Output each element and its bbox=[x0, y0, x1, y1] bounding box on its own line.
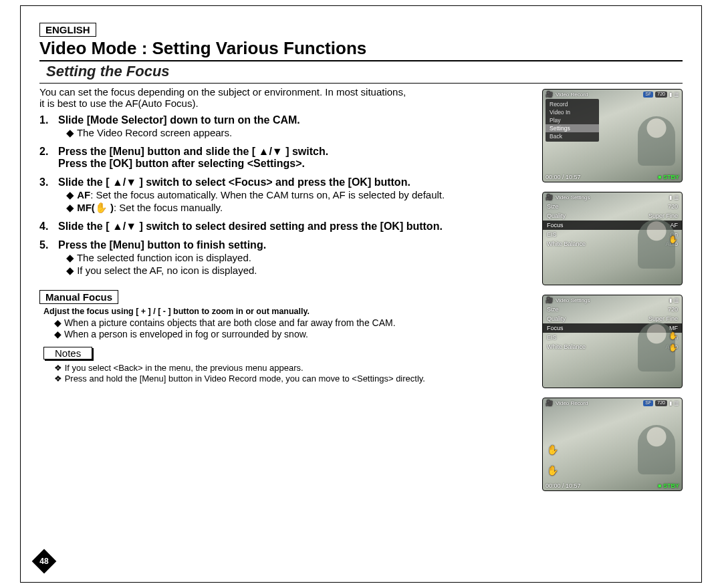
top-icons: ▮ ▥ bbox=[669, 194, 679, 200]
step-2: Press the [Menu] button and slide the [ … bbox=[39, 146, 537, 170]
sf-pill: SF bbox=[643, 92, 653, 98]
battery-icon: ▥ bbox=[674, 194, 679, 200]
intro-line-2: it is best to use the AF(Auto Focus). bbox=[39, 98, 199, 109]
screen-4-title: Video Settings bbox=[556, 297, 590, 303]
hand-icon: ✋ bbox=[669, 331, 678, 340]
screen-2-menu: Record Video In Play Settings Back bbox=[546, 99, 599, 142]
step-2-title-b: Press the [OK] button after selecting <S… bbox=[58, 158, 537, 170]
screen-3-title: Video Settings bbox=[556, 194, 590, 200]
menu-play: Play bbox=[546, 116, 599, 124]
screen-5: 5 Video Record SF 720 ▮ ▥ ✋ ✋ 00:00 / 10… bbox=[542, 398, 683, 491]
screen-4: 4 Video Settings ▮ ▥ Size720 QualitySupe… bbox=[542, 295, 683, 388]
photo-subject bbox=[638, 219, 675, 269]
signal-icon: ▮ bbox=[669, 92, 672, 98]
rule-thick bbox=[39, 60, 683, 61]
step-1: Slide [Mode Selector] down to turn on th… bbox=[39, 114, 537, 139]
screen-5-time: 00:00 / 10:57 bbox=[546, 482, 581, 489]
rule-thin bbox=[39, 83, 683, 84]
screen-5-header: Video Record SF 720 ▮ ▥ bbox=[543, 398, 682, 408]
screen-5-title: Video Record bbox=[556, 400, 588, 406]
step-3: Slide the [ ▲/▼ ] switch to select <Focu… bbox=[39, 176, 537, 214]
screen-2-header: Video Record SF 720 ▮ ▥ bbox=[543, 90, 682, 99]
menu-video-in: Video In bbox=[546, 108, 599, 116]
step-5: Press the [Menu] button to finish settin… bbox=[39, 239, 537, 277]
step-4-title: Slide the [ ▲/▼ ] switch to select desir… bbox=[58, 220, 537, 233]
screen-2: 2 Video Record SF 720 ▮ ▥ Record Video I… bbox=[542, 89, 683, 182]
menu-back: Back bbox=[546, 132, 599, 140]
intro-line-1: You can set the focus depending on the s… bbox=[39, 86, 406, 98]
intro-text: You can set the focus depending on the s… bbox=[39, 86, 537, 109]
row-size: Size720 bbox=[543, 305, 682, 314]
step-3-title: Slide the [ ▲/▼ ] switch to select <Focu… bbox=[58, 176, 537, 188]
stby-label: STBY bbox=[663, 174, 679, 180]
camera-icon bbox=[546, 194, 553, 200]
screen-2-time: 00:00 / 10:57 bbox=[546, 174, 581, 180]
step-2-title-a: Press the [Menu] button and slide the [ … bbox=[58, 146, 537, 158]
step-5-title: Press the [Menu] button to finish settin… bbox=[58, 239, 537, 251]
signal-icon: ▮ bbox=[669, 400, 672, 406]
stby-label: STBY bbox=[663, 482, 679, 489]
row-size: Size720 bbox=[543, 202, 682, 211]
screens-column: 2 Video Record SF 720 ▮ ▥ Record Video I… bbox=[542, 85, 683, 500]
signal-icon: ▮ bbox=[669, 194, 672, 200]
screen-5-status: ■ STBY bbox=[658, 482, 679, 489]
step-5-bullet-1: The selected function icon is displayed. bbox=[66, 252, 537, 264]
hand-icon: ✋ bbox=[547, 465, 558, 476]
hand-icon: ✋ bbox=[547, 444, 558, 455]
camera-icon bbox=[546, 297, 553, 303]
af-text: : Set the focus automatically. When the … bbox=[90, 189, 445, 200]
battery-icon: ▥ bbox=[674, 400, 679, 406]
step-3-af: AF: Set the focus automatically. When th… bbox=[66, 189, 537, 201]
step-1-title: Slide [Mode Selector] down to turn on th… bbox=[58, 114, 537, 126]
af-label: AF bbox=[77, 189, 90, 200]
manual-focus-heading: Manual Focus bbox=[39, 290, 118, 304]
mf-label: MF( bbox=[77, 202, 95, 213]
screen-5-timebar: 00:00 / 10:57 ■ STBY bbox=[546, 482, 679, 489]
step-1-bullet: The Video Record screen appears. bbox=[66, 127, 537, 139]
battery-icon: ▥ bbox=[674, 297, 679, 303]
steps-list: Slide [Mode Selector] down to turn on th… bbox=[39, 114, 537, 277]
hand-icon: ✋ bbox=[669, 235, 678, 244]
screen-3: 3 Video Settings ▮ ▥ Size720 QualitySupe… bbox=[542, 192, 683, 285]
page-subtitle: Setting the Focus bbox=[46, 63, 683, 80]
screen-2-title: Video Record bbox=[556, 92, 588, 98]
note-1: If you select <Back> in the menu, the pr… bbox=[54, 363, 537, 373]
screen-4-header: Video Settings ▮ ▥ bbox=[543, 295, 682, 305]
signal-icon: ▮ bbox=[669, 297, 672, 303]
mf-text: : Set the focus manually. bbox=[114, 202, 223, 213]
page-title: Video Mode : Setting Various Functions bbox=[39, 38, 683, 59]
battery-icon: ▥ bbox=[674, 92, 679, 98]
page-number-badge: 48 bbox=[32, 549, 57, 574]
step-3-mf: MF(✋ ): Set the focus manually. bbox=[66, 202, 537, 214]
manual-page: ENGLISH Video Mode : Setting Various Fun… bbox=[20, 5, 702, 583]
page-number: 48 bbox=[35, 553, 53, 570]
menu-record: Record bbox=[546, 100, 599, 108]
top-icons: SF 720 ▮ ▥ bbox=[643, 92, 679, 98]
camera-icon bbox=[546, 400, 553, 406]
photo-subject bbox=[638, 116, 675, 166]
hand-icon: ✋ bbox=[669, 343, 678, 352]
screen-3-header: Video Settings ▮ ▥ bbox=[543, 192, 682, 202]
menu-settings: Settings bbox=[546, 124, 599, 132]
manual-focus-b1: When a picture contains objects that are… bbox=[54, 317, 537, 328]
mf-suffix: ) bbox=[108, 202, 114, 213]
sf-pill: SF bbox=[643, 400, 653, 406]
note-2: Press and hold the [Menu] button in Vide… bbox=[54, 374, 537, 384]
photo-subject bbox=[638, 425, 675, 474]
camera-icon bbox=[546, 91, 553, 98]
notes-heading: Notes bbox=[43, 347, 92, 359]
language-label: ENGLISH bbox=[39, 23, 96, 37]
top-icons: SF 720 ▮ ▥ bbox=[643, 400, 679, 406]
mf-hand-icon: ✋ bbox=[95, 202, 108, 213]
manual-focus-b2: When a person is enveloped in fog or sur… bbox=[54, 329, 537, 339]
res-pill: 720 bbox=[655, 92, 667, 98]
top-icons: ▮ ▥ bbox=[669, 297, 679, 303]
screen-2-status: ■ STBY bbox=[658, 174, 679, 180]
manual-focus-instruction: Adjust the focus using [ + ] / [ - ] but… bbox=[43, 307, 537, 316]
step-4: Slide the [ ▲/▼ ] switch to select desir… bbox=[39, 220, 537, 233]
screen-2-timebar: 00:00 / 10:57 ■ STBY bbox=[546, 174, 679, 180]
res-pill: 720 bbox=[655, 400, 667, 406]
step-5-bullet-2: If you select the AF, no icon is display… bbox=[66, 265, 537, 277]
instruction-column: You can set the focus depending on the s… bbox=[39, 85, 542, 500]
